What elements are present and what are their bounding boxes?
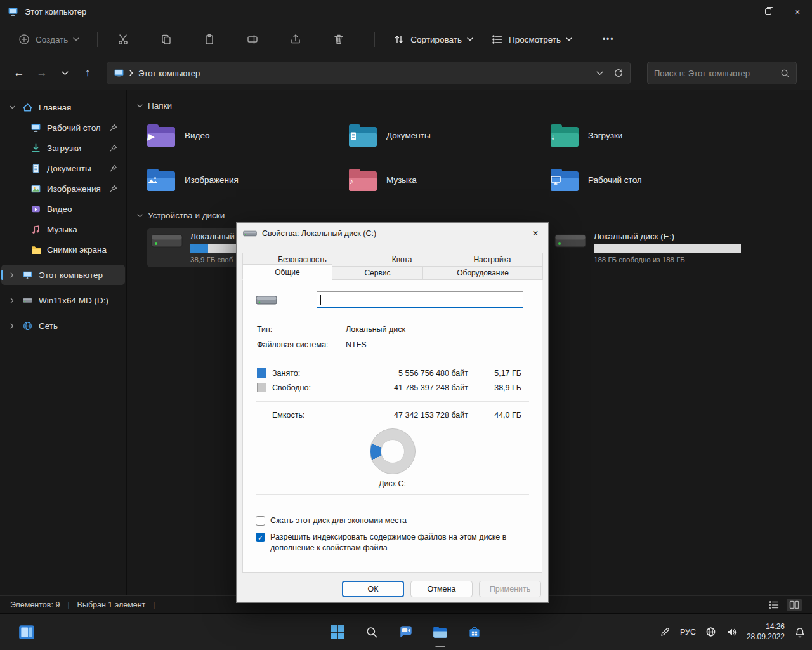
this-pc-icon xyxy=(8,6,18,17)
chevron-down-icon xyxy=(62,71,69,76)
widgets-button[interactable] xyxy=(14,620,39,645)
tab-quota[interactable]: Квота xyxy=(362,253,442,267)
search-box xyxy=(647,62,797,84)
large-icons-view-button[interactable] xyxy=(787,599,802,611)
folder-tile-music[interactable]: ♪ Музыка xyxy=(349,162,551,197)
command-toolbar: Создать xyxy=(0,23,812,56)
close-button[interactable]: × xyxy=(783,0,812,23)
document-icon xyxy=(30,163,41,174)
drive-name-input[interactable] xyxy=(317,291,523,308)
taskbar: РУС 14:26 28.09.2022 xyxy=(0,613,812,650)
sort-button[interactable]: Сортировать xyxy=(386,29,480,50)
network-globe-icon[interactable] xyxy=(705,627,716,637)
new-button[interactable]: Создать xyxy=(11,29,86,50)
language-indicator[interactable]: РУС xyxy=(680,628,696,637)
sidebar-item-screenshots[interactable]: Снимки экрана xyxy=(1,239,125,260)
folder-tile-desktop[interactable]: Рабочий стол xyxy=(551,162,752,197)
sidebar-item-documents[interactable]: Документы xyxy=(1,158,125,178)
toolbar-separator xyxy=(374,32,375,47)
devices-section-header[interactable]: Устройства и диски xyxy=(137,211,812,220)
refresh-icon[interactable] xyxy=(613,68,624,78)
folder-label: Загрузки xyxy=(588,131,622,140)
details-view-button[interactable] xyxy=(766,599,782,611)
drive-tile-e[interactable]: Локальный диск (E:) 188 ГБ свободно из 1… xyxy=(551,228,752,267)
start-button[interactable] xyxy=(325,620,350,645)
folder-icon xyxy=(30,244,41,255)
index-checkbox[interactable]: ✓ xyxy=(256,533,265,542)
compress-checkbox[interactable] xyxy=(256,516,265,526)
search-icon xyxy=(780,69,790,78)
ok-button[interactable]: ОК xyxy=(342,581,404,597)
sidebar-item-label: Музыка xyxy=(47,225,77,234)
apply-button[interactable]: Применить xyxy=(479,581,541,597)
minimize-button[interactable]: – xyxy=(724,0,754,23)
breadcrumb[interactable]: Этот компьютер xyxy=(138,69,200,78)
used-space-swatch xyxy=(257,368,266,378)
rename-button[interactable] xyxy=(239,28,266,51)
windows-logo-icon xyxy=(331,625,344,639)
folders-grid: ▶ Видео Документы ↓ Загрузки Изображения xyxy=(147,118,812,197)
breadcrumb-chevron-icon xyxy=(129,70,133,76)
cancel-button[interactable]: Отмена xyxy=(410,581,473,597)
sidebar-item-drive-d[interactable]: Win11x64 MD (D:) xyxy=(1,290,125,310)
folder-tile-documents[interactable]: Документы xyxy=(349,118,551,152)
sidebar-item-desktop[interactable]: Рабочий стол xyxy=(1,117,125,138)
delete-button[interactable] xyxy=(325,28,353,51)
pen-icon[interactable] xyxy=(660,627,671,637)
folder-tile-pictures[interactable]: Изображения xyxy=(147,162,349,197)
forward-button[interactable]: → xyxy=(32,63,52,83)
devices-header-label: Устройства и диски xyxy=(148,211,225,220)
notification-bell-icon[interactable] xyxy=(794,627,806,638)
navigation-pane: Главная Рабочий стол Загрузки Документы xyxy=(0,90,127,595)
up-button[interactable]: ↑ xyxy=(77,63,98,83)
selection-count: Выбран 1 элемент xyxy=(77,600,146,609)
copy-button[interactable] xyxy=(152,28,180,51)
chat-button[interactable] xyxy=(393,620,419,645)
more-options-button[interactable]: ••• xyxy=(595,30,622,49)
folder-label: Изображения xyxy=(185,175,239,185)
file-explorer-button[interactable] xyxy=(428,620,453,645)
clock[interactable]: 14:26 28.09.2022 xyxy=(747,622,785,642)
recent-locations-button[interactable] xyxy=(55,63,75,83)
taskbar-search-button[interactable] xyxy=(359,620,384,645)
address-dropdown-icon[interactable] xyxy=(596,71,603,76)
paste-button[interactable] xyxy=(195,28,223,51)
sidebar-item-home[interactable]: Главная xyxy=(1,97,125,117)
sidebar-item-pictures[interactable]: Изображения xyxy=(1,178,125,199)
index-checkbox-row[interactable]: ✓ Разрешить индексировать содержимое фай… xyxy=(256,532,529,554)
cut-button[interactable] xyxy=(109,28,137,51)
volume-icon[interactable] xyxy=(726,627,737,638)
restore-button[interactable] xyxy=(754,0,783,23)
ellipsis-icon: ••• xyxy=(603,35,615,44)
view-button[interactable]: Просмотреть xyxy=(485,29,579,50)
sidebar-item-label: Главная xyxy=(39,103,71,112)
minimize-icon: – xyxy=(737,6,742,17)
sidebar-item-videos[interactable]: Видео xyxy=(1,199,125,219)
large-icons-view-icon xyxy=(789,600,799,609)
folder-tile-downloads[interactable]: ↓ Загрузки xyxy=(551,118,752,152)
date: 28.09.2022 xyxy=(747,632,785,642)
filesystem-label: Файловая система: xyxy=(257,340,346,349)
folder-tile-videos[interactable]: ▶ Видео xyxy=(147,118,349,152)
tab-general[interactable]: Общие xyxy=(242,264,332,280)
sidebar-item-network[interactable]: Сеть xyxy=(1,315,125,336)
compress-checkbox-label: Сжать этот диск для экономии места xyxy=(270,515,407,526)
tab-customize[interactable]: Настройка xyxy=(442,253,543,267)
sidebar-item-downloads[interactable]: Загрузки xyxy=(1,138,125,158)
back-button[interactable]: ← xyxy=(9,63,29,83)
search-input[interactable] xyxy=(654,69,780,78)
sidebar-item-music[interactable]: Музыка xyxy=(1,219,125,239)
share-button[interactable] xyxy=(282,28,310,51)
sidebar-item-this-pc[interactable]: Этот компьютер xyxy=(1,265,125,285)
compress-checkbox-row[interactable]: Сжать этот диск для экономии места xyxy=(256,515,529,526)
hard-drive-icon xyxy=(554,232,586,251)
store-button[interactable] xyxy=(462,620,487,645)
toolbar-separator xyxy=(97,32,98,47)
pin-icon xyxy=(109,185,117,193)
address-bar[interactable]: Этот компьютер xyxy=(107,62,631,84)
items-count: Элементов: 9 xyxy=(10,600,60,609)
tab-hardware[interactable]: Оборудование xyxy=(422,266,543,280)
dialog-close-button[interactable]: × xyxy=(523,223,548,244)
folders-section-header[interactable]: Папки xyxy=(137,101,812,110)
tab-tools[interactable]: Сервис xyxy=(332,266,423,280)
